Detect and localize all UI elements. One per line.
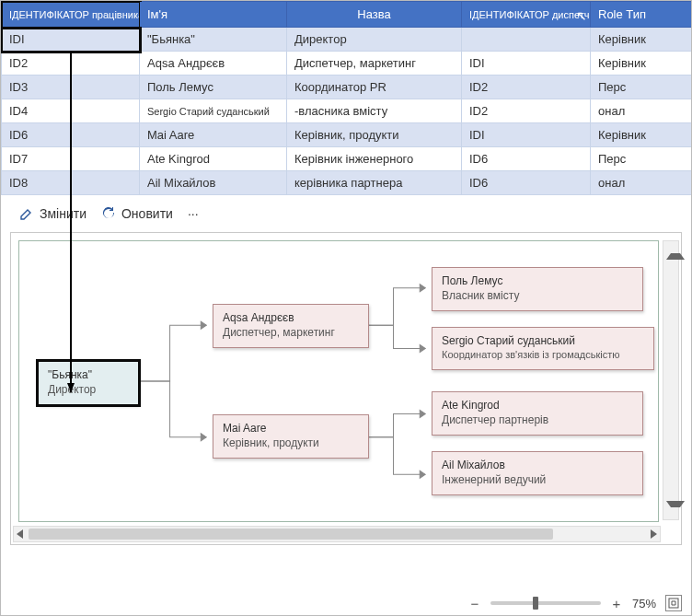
- node-name: Aqsa Андрєєв: [223, 310, 359, 325]
- cell[interactable]: -власника вмісту: [287, 99, 462, 123]
- cell[interactable]: Поль Лемус: [140, 76, 287, 99]
- cell[interactable]: Диспетчер, маркетинг: [287, 52, 462, 76]
- cell[interactable]: Aqsa Андрєєв: [140, 52, 287, 76]
- more-button[interactable]: ···: [182, 204, 204, 223]
- node-name: Поль Лемус: [442, 273, 633, 288]
- cell[interactable]: ID2: [462, 99, 591, 123]
- cell[interactable]: Ail Міхайлов: [140, 171, 287, 195]
- cell[interactable]: Перс: [591, 147, 692, 171]
- node-name: Sergio Старий суданський: [442, 333, 644, 348]
- scroll-thumb[interactable]: [29, 529, 553, 540]
- node-title: Диспетчер партнерів: [442, 413, 633, 427]
- cell[interactable]: Координатор PR: [287, 76, 462, 99]
- col-employee-id[interactable]: ІДЕНТИФІКАТОР працівника: [2, 2, 140, 28]
- cell[interactable]: Mai Aare: [140, 123, 287, 147]
- node-title: Координатор зв'язків із громадськістю: [442, 348, 644, 362]
- org-node-aqsa[interactable]: Aqsa Андрєєв Диспетчер, маркетинг: [213, 304, 369, 348]
- col-role-type[interactable]: Role Тип: [591, 2, 692, 28]
- cell[interactable]: Sergio Старий суданський: [140, 99, 287, 123]
- cell[interactable]: онал: [591, 99, 692, 123]
- cell[interactable]: Керівник: [591, 52, 692, 76]
- org-node-root[interactable]: "Бьянка" Директор: [38, 361, 139, 405]
- node-title: Директор: [48, 382, 129, 397]
- table-header-row: ІДЕНТИФІКАТОР працівника Ім'я Назва ІДЕН…: [2, 2, 692, 28]
- node-name: Ail Міхайлов: [442, 458, 633, 472]
- node-name: Mai Aare: [223, 421, 359, 436]
- table-row[interactable]: ID8 Ail Міхайлов керівника партнера ID6 …: [2, 171, 692, 195]
- cell[interactable]: онал: [591, 171, 692, 195]
- employee-table[interactable]: ІДЕНТИФІКАТОР працівника Ім'я Назва ІДЕН…: [1, 1, 692, 195]
- ellipsis-icon: ···: [188, 206, 199, 221]
- cell[interactable]: ID3: [2, 76, 140, 99]
- diagram-canvas[interactable]: "Бьянка" Директор Aqsa Андрєєв Диспетчер…: [18, 240, 659, 522]
- org-node-mai[interactable]: Mai Aare Керівник, продукти: [213, 414, 369, 459]
- cell[interactable]: ID2: [462, 76, 591, 99]
- refresh-icon: [101, 206, 116, 221]
- cell[interactable]: ID6: [462, 147, 591, 171]
- cell[interactable]: Директор: [287, 28, 462, 52]
- node-name: Ate Kingrod: [442, 398, 633, 413]
- org-node-ail[interactable]: Ail Міхайлов Інженерний ведучий: [432, 451, 643, 495]
- vertical-scrollbar[interactable]: [663, 240, 679, 520]
- table-row[interactable]: ID3 Поль Лемус Координатор PR ID2 Перс: [2, 76, 692, 99]
- zoom-percent: 75%: [632, 597, 656, 610]
- cell[interactable]: IDI: [462, 52, 591, 76]
- table-row[interactable]: ID2 Aqsa Андрєєв Диспетчер, маркетинг ID…: [2, 52, 692, 76]
- col-manager-id[interactable]: ІДЕНТИФІКАТОР диспетчера: [462, 2, 591, 28]
- cell[interactable]: "Бьянка": [140, 28, 287, 52]
- cell[interactable]: Керівник інженерного: [287, 147, 462, 171]
- cell[interactable]: Ate Kingrod: [140, 147, 287, 171]
- cell[interactable]: Перс: [591, 76, 692, 99]
- cell[interactable]: IDI: [462, 123, 591, 147]
- zoom-in-button[interactable]: +: [610, 596, 623, 611]
- node-title: Керівник, продукти: [223, 436, 359, 450]
- refresh-button[interactable]: Оновити: [96, 204, 179, 223]
- table-row[interactable]: ID4 Sergio Старий суданський -власника в…: [2, 99, 692, 123]
- cell[interactable]: керівника партнера: [287, 171, 462, 195]
- cell[interactable]: ID2: [2, 52, 140, 76]
- table-row[interactable]: IDI "Бьянка" Директор Керівник: [2, 28, 692, 52]
- horizontal-scrollbar[interactable]: [13, 526, 661, 542]
- cell[interactable]: IDI: [2, 28, 140, 52]
- zoom-bar: − + 75%: [468, 595, 682, 611]
- cell[interactable]: ID7: [2, 147, 140, 171]
- pencil-icon: [19, 206, 34, 221]
- zoom-slider-handle[interactable]: [533, 597, 538, 610]
- cell[interactable]: ID6: [462, 171, 591, 195]
- org-node-pol[interactable]: Поль Лемус Власник вмісту: [432, 267, 643, 311]
- cell[interactable]: Керівник: [591, 123, 692, 147]
- cell[interactable]: Керівник: [591, 28, 692, 52]
- fit-to-window-button[interactable]: [665, 595, 682, 611]
- fit-icon: [668, 598, 679, 609]
- node-title: Інженерний ведучий: [442, 472, 633, 487]
- cell[interactable]: ID6: [2, 123, 140, 147]
- col-name[interactable]: Ім'я: [140, 2, 287, 28]
- diagram-toolbar: Змінити Оновити ···: [1, 195, 691, 230]
- diagram-viewport[interactable]: "Бьянка" Директор Aqsa Андрєєв Диспетчер…: [10, 232, 682, 545]
- table-row[interactable]: ID6 Mai Aare Керівник, продукти IDI Кері…: [2, 123, 692, 147]
- node-name: "Бьянка": [48, 367, 129, 382]
- zoom-out-button[interactable]: −: [468, 596, 481, 611]
- org-node-ate[interactable]: Ate Kingrod Диспетчер партнерів: [432, 391, 643, 436]
- node-title: Власник вмісту: [442, 288, 633, 303]
- cell[interactable]: [462, 28, 591, 52]
- svg-rect-0: [669, 599, 678, 608]
- refresh-label: Оновити: [121, 206, 173, 221]
- zoom-slider[interactable]: [490, 601, 601, 605]
- cell[interactable]: Керівник, продукти: [287, 123, 462, 147]
- cell[interactable]: ID4: [2, 99, 140, 123]
- node-title: Диспетчер, маркетинг: [223, 325, 359, 340]
- cell[interactable]: ID8: [2, 171, 140, 195]
- edit-label: Змінити: [40, 206, 86, 221]
- table-row[interactable]: ID7 Ate Kingrod Керівник інженерного ID6…: [2, 147, 692, 171]
- edit-button[interactable]: Змінити: [14, 204, 92, 223]
- org-node-sergio[interactable]: Sergio Старий суданський Координатор зв'…: [432, 327, 654, 370]
- col-title[interactable]: Назва: [287, 2, 462, 28]
